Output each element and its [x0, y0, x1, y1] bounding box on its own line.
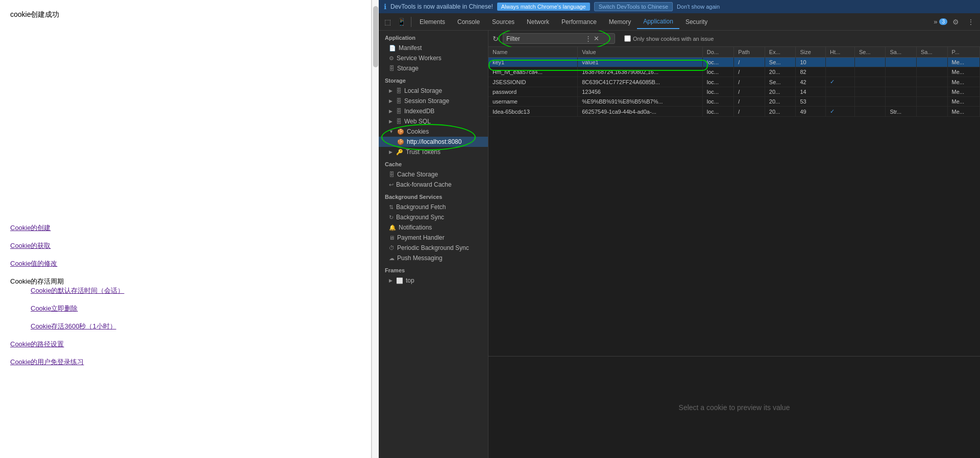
table-cell: 82: [796, 67, 826, 77]
web-sql-arrow: ▶: [389, 119, 393, 124]
filter-input[interactable]: [506, 35, 583, 42]
sidebar-item-cache-storage[interactable]: 🗄 Cache Storage: [379, 169, 488, 180]
table-cell: username: [488, 97, 578, 107]
sidebar-item-background-sync[interactable]: ↻ Background Sync: [379, 212, 488, 222]
page-link[interactable]: Cookie存活3600秒（1小时）: [31, 322, 361, 331]
tab-performance[interactable]: Performance: [555, 15, 603, 29]
sidebar-section-application: Application: [379, 31, 488, 43]
page-link[interactable]: Cookie的用户免登录练习: [10, 358, 361, 367]
sidebar-item-cookies[interactable]: ▼ 🍪 Cookies: [379, 126, 488, 137]
page-link[interactable]: Cookie的默认存活时间（会话）: [31, 286, 361, 295]
filter-options-button[interactable]: ⋮: [585, 35, 592, 42]
sidebar-cache-storage-label: Cache Storage: [397, 171, 438, 178]
indexeddb-icon: 🗄: [396, 108, 402, 114]
more-tabs-icon[interactable]: »: [934, 18, 937, 26]
indexeddb-arrow: ▶: [389, 109, 393, 114]
table-row[interactable]: password123456loc.../20...14Me...: [488, 87, 980, 97]
sidebar-item-localhost[interactable]: 🍪 http://localhost:8080: [379, 137, 488, 147]
table-cell: Se...: [765, 77, 796, 87]
page-link[interactable]: Cookie值的修改: [10, 259, 361, 268]
page-link[interactable]: Cookie的路径设置: [10, 340, 361, 349]
table-row[interactable]: username%E9%BB%91%E8%B5%B7%...loc.../20.…: [488, 97, 980, 107]
table-row[interactable]: Hm_lvt_eaa57ca4...1638768724,1638790802,…: [488, 67, 980, 77]
sidebar-item-notifications[interactable]: 🔔 Notifications: [379, 222, 488, 233]
refresh-button[interactable]: ↻: [493, 35, 499, 43]
sidebar-item-session-storage[interactable]: ▶ 🗄 Session Storage: [379, 96, 488, 106]
sidebar-item-service-workers[interactable]: ⚙ Service Workers: [379, 53, 488, 63]
main-content: ↻ ⋮ ✕ Only show cookies with an issue: [488, 31, 980, 458]
tab-security[interactable]: Security: [679, 15, 714, 29]
more-options-icon[interactable]: ⋮: [964, 16, 977, 28]
background-sync-icon: ↻: [389, 214, 394, 221]
col-path[interactable]: Path: [734, 47, 765, 58]
match-language-button[interactable]: Always match Chrome's language: [497, 3, 590, 11]
table-cell: loc...: [702, 77, 733, 87]
tab-console[interactable]: Console: [451, 15, 486, 29]
page-link[interactable]: Cookie的获取: [10, 241, 361, 250]
col-priority[interactable]: P...: [947, 47, 979, 58]
sidebar-item-web-sql[interactable]: ▶ 🗄 Web SQL: [379, 116, 488, 126]
dont-show-button[interactable]: Don't show again: [677, 4, 720, 10]
sidebar-item-local-storage[interactable]: ▶ 🗄 Local Storage: [379, 86, 488, 96]
col-size[interactable]: Size: [796, 47, 826, 58]
table-cell: loc...: [702, 87, 733, 97]
tab-network[interactable]: Network: [521, 15, 555, 29]
sidebar-item-frames-top[interactable]: ▶ ⬜ top: [379, 275, 488, 286]
sidebar-storage-label: Storage: [397, 65, 419, 72]
switch-language-button[interactable]: Switch DevTools to Chinese: [594, 2, 673, 11]
table-cell: 20...: [765, 67, 796, 77]
col-name[interactable]: Name: [488, 47, 578, 58]
inspect-icon[interactable]: ⬚: [381, 16, 394, 28]
table-cell: 20...: [765, 97, 796, 107]
device-icon[interactable]: 📱: [394, 16, 409, 28]
table-cell: 42: [796, 77, 826, 87]
table-cell: Me...: [947, 87, 979, 97]
col-httponly[interactable]: Ht...: [826, 47, 855, 58]
local-storage-icon: 🗄: [396, 88, 402, 94]
sidebar-section-frames: Frames: [379, 263, 488, 275]
col-samesite[interactable]: Sa...: [886, 47, 917, 58]
table-cell: [916, 107, 947, 117]
table-row[interactable]: JSESSIONID8C639C41C772FF24A6085B...loc..…: [488, 77, 980, 87]
tab-application[interactable]: Application: [637, 15, 679, 29]
table-row[interactable]: key1value1loc.../Se...10Me...: [488, 58, 980, 67]
sidebar-item-trust-tokens[interactable]: ▶ 🔑 Trust Tokens: [379, 147, 488, 157]
cache-storage-icon: 🗄: [389, 171, 395, 177]
sidebar-item-payment-handler[interactable]: 🖥 Payment Handler: [379, 233, 488, 243]
table-cell: loc...: [702, 97, 733, 107]
table-cell: value1: [578, 58, 703, 67]
tab-memory[interactable]: Memory: [603, 15, 637, 29]
page-link[interactable]: Cookie的创建: [10, 223, 361, 233]
tab-elements[interactable]: Elements: [413, 15, 451, 29]
scroll-thumb[interactable]: [373, 6, 378, 67]
col-samesite2[interactable]: Sa...: [916, 47, 947, 58]
sidebar-item-back-forward-cache[interactable]: ↩ Back-forward Cache: [379, 180, 488, 190]
sidebar-session-storage-label: Session Storage: [404, 97, 449, 105]
sidebar-item-push-messaging[interactable]: ☁ Push Messaging: [379, 253, 488, 263]
sidebar-item-manifest[interactable]: 📄 Manifest: [379, 43, 488, 53]
cookie-table: Name Value Do... Path Ex... Size Ht... S…: [488, 47, 980, 356]
table-cell: [916, 67, 947, 77]
settings-icon[interactable]: ⚙: [949, 16, 962, 28]
page-content: cookie创建成功 Cookie的创建Cookie的获取Cookie值的修改C…: [0, 0, 372, 458]
sidebar-section-storage: Storage: [379, 73, 488, 86]
col-expires[interactable]: Ex...: [765, 47, 796, 58]
sidebar-item-indexeddb[interactable]: ▶ 🗄 IndexedDB: [379, 106, 488, 116]
sidebar-manifest-label: Manifest: [399, 44, 422, 52]
table-row[interactable]: Idea-65bcdc1366257549-1ca9-44b4-ad0a-...…: [488, 107, 980, 117]
table-cell: 20...: [765, 107, 796, 117]
filter-clear-button[interactable]: ✕: [594, 35, 599, 42]
col-value[interactable]: Value: [578, 47, 703, 58]
tab-sources[interactable]: Sources: [486, 15, 521, 29]
page-scrollbar[interactable]: [372, 0, 379, 458]
table-cell: Me...: [947, 58, 979, 67]
col-secure[interactable]: Se...: [854, 47, 886, 58]
col-domain[interactable]: Do...: [702, 47, 733, 58]
show-issues-checkbox[interactable]: [624, 35, 631, 42]
sidebar-item-periodic-background-sync[interactable]: ⏱ Periodic Background Sync: [379, 243, 488, 253]
sidebar-item-storage[interactable]: 🗄 Storage: [379, 63, 488, 73]
tab-badge: 3: [939, 18, 947, 25]
sidebar-item-background-fetch[interactable]: ⇅ Background Fetch: [379, 202, 488, 212]
page-link[interactable]: Cookie立即删除: [31, 304, 361, 313]
table-cell: password: [488, 87, 578, 97]
